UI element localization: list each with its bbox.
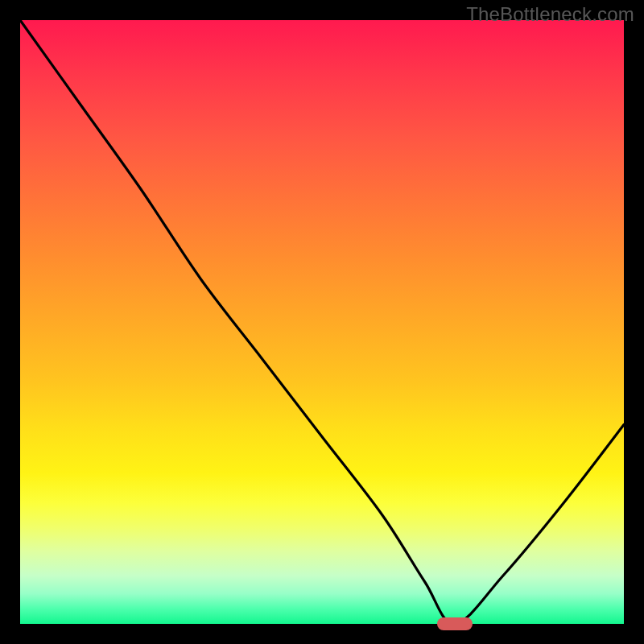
bottleneck-curve <box>20 20 624 624</box>
watermark-text: TheBottleneck.com <box>466 3 634 26</box>
optimum-marker <box>437 617 473 630</box>
plot-area <box>20 20 624 624</box>
chart-frame: TheBottleneck.com <box>0 0 644 644</box>
